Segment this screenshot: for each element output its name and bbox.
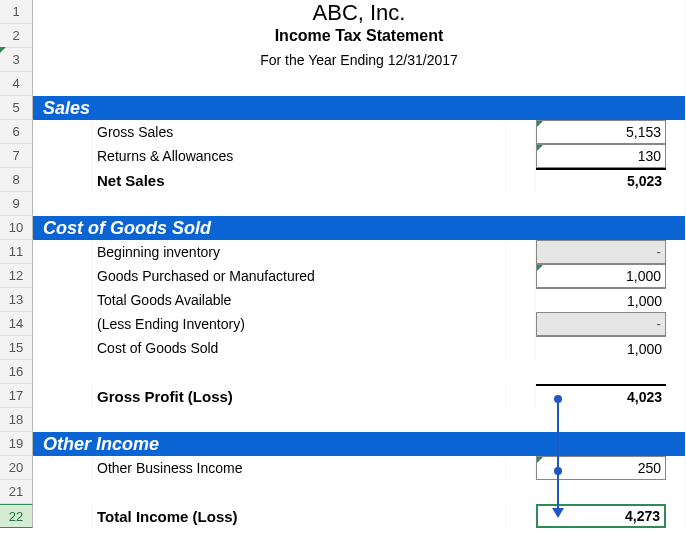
section-header-sales: Sales	[33, 96, 686, 120]
row-header[interactable]: 3	[0, 48, 33, 72]
spacer	[506, 264, 536, 288]
sheet-grid: 1 ABC, Inc. 2 Income Tax Statement 3 For…	[0, 0, 686, 528]
spacer	[666, 504, 686, 528]
error-flag-icon	[537, 457, 543, 463]
row-header[interactable]: 20	[0, 456, 33, 480]
statement-period: For the Year Ending 12/31/2017	[33, 48, 686, 72]
value-text: 5,153	[626, 124, 661, 140]
label-other-income: Other Business Income	[93, 456, 506, 480]
error-flag-icon	[537, 145, 543, 151]
row-header[interactable]: 1	[0, 0, 33, 24]
spacer	[506, 456, 536, 480]
spacer	[506, 240, 536, 264]
spacer	[666, 120, 686, 144]
blank-row	[33, 480, 686, 504]
row-header[interactable]: 4	[0, 72, 33, 96]
value-less-ending[interactable]: -	[536, 312, 666, 336]
value-text: 250	[638, 460, 661, 476]
blank-row	[33, 360, 686, 384]
row-header[interactable]: 10	[0, 216, 33, 240]
trace-arrow-icon	[552, 508, 564, 518]
spacer	[666, 240, 686, 264]
indent	[33, 336, 93, 360]
error-flag-icon	[537, 265, 543, 271]
indent	[33, 504, 93, 528]
spacer	[666, 384, 686, 408]
spacer	[666, 312, 686, 336]
row-header[interactable]: 21	[0, 480, 33, 504]
indent	[33, 120, 93, 144]
label-total-income: Total Income (Loss)	[93, 504, 506, 528]
label-beg-inv: Beginning inventory	[93, 240, 506, 264]
value-purchased[interactable]: 1,000	[536, 264, 666, 288]
spacer	[506, 504, 536, 528]
label-less-ending: (Less Ending Inventory)	[93, 312, 506, 336]
value-text: 130	[638, 148, 661, 164]
value-text: 1,000	[626, 268, 661, 284]
company-title: ABC, Inc.	[33, 0, 686, 24]
blank-row	[33, 72, 686, 96]
error-flag-icon	[0, 47, 6, 53]
spacer	[666, 336, 686, 360]
row-header[interactable]: 12	[0, 264, 33, 288]
spacer	[506, 144, 536, 168]
statement-subtitle: Income Tax Statement	[33, 24, 686, 48]
row-header[interactable]: 18	[0, 408, 33, 432]
row-header[interactable]: 13	[0, 288, 33, 312]
value-gross-sales[interactable]: 5,153	[536, 120, 666, 144]
row-header[interactable]: 8	[0, 168, 33, 192]
row-header[interactable]: 5	[0, 96, 33, 120]
row-header[interactable]: 2	[0, 24, 33, 48]
label-purchased: Goods Purchased or Manufactured	[93, 264, 506, 288]
blank-row	[33, 408, 686, 432]
indent	[33, 240, 93, 264]
spacer	[666, 264, 686, 288]
row-header[interactable]: 17	[0, 384, 33, 408]
spacer	[666, 144, 686, 168]
section-header-cogs: Cost of Goods Sold	[33, 216, 686, 240]
spacer	[666, 456, 686, 480]
spacer	[666, 168, 686, 192]
indent	[33, 288, 93, 312]
spreadsheet-view: 1 ABC, Inc. 2 Income Tax Statement 3 For…	[0, 0, 686, 539]
label-total-available: Total Goods Available	[93, 288, 506, 312]
row-header[interactable]: 11	[0, 240, 33, 264]
row-header[interactable]: 14	[0, 312, 33, 336]
spacer	[666, 288, 686, 312]
label-net-sales: Net Sales	[93, 168, 506, 192]
row-header[interactable]: 22	[0, 504, 33, 528]
row-header[interactable]: 6	[0, 120, 33, 144]
row-number: 3	[12, 52, 19, 67]
section-header-other: Other Income	[33, 432, 686, 456]
error-flag-icon	[537, 121, 543, 127]
spacer	[506, 168, 536, 192]
row-header[interactable]: 16	[0, 360, 33, 384]
value-returns[interactable]: 130	[536, 144, 666, 168]
spacer	[506, 384, 536, 408]
trace-line	[557, 399, 559, 508]
spacer	[506, 288, 536, 312]
row-header[interactable]: 7	[0, 144, 33, 168]
label-gross-profit: Gross Profit (Loss)	[93, 384, 506, 408]
value-cogs[interactable]: 1,000	[536, 336, 666, 360]
value-beg-inv[interactable]: -	[536, 240, 666, 264]
spacer	[506, 120, 536, 144]
blank-row	[33, 192, 686, 216]
spacer	[506, 336, 536, 360]
indent	[33, 456, 93, 480]
indent	[33, 168, 93, 192]
label-gross-sales: Gross Sales	[93, 120, 506, 144]
indent	[33, 264, 93, 288]
indent	[33, 384, 93, 408]
row-header[interactable]: 19	[0, 432, 33, 456]
indent	[33, 144, 93, 168]
label-cogs: Cost of Goods Sold	[93, 336, 506, 360]
row-header[interactable]: 15	[0, 336, 33, 360]
spacer	[506, 312, 536, 336]
value-total-available[interactable]: 1,000	[536, 288, 666, 312]
label-returns: Returns & Allowances	[93, 144, 506, 168]
indent	[33, 312, 93, 336]
value-net-sales[interactable]: 5,023	[536, 168, 666, 192]
row-header[interactable]: 9	[0, 192, 33, 216]
